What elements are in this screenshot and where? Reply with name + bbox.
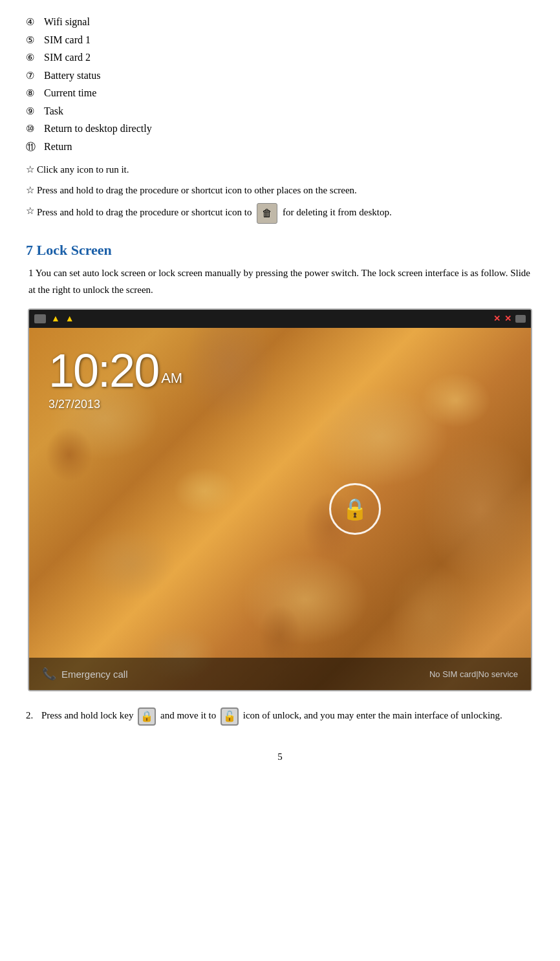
- star-icon-2: ☆: [26, 182, 34, 198]
- top-bar-icon-right: [515, 315, 526, 323]
- tip-click-icon: ☆ Click any icon to run it.: [26, 162, 534, 177]
- step2-section: 2. Press and hold lock key and move it t…: [26, 707, 534, 726]
- list-item-wifi: ④ Wifi signal: [26, 13, 534, 31]
- time-value: 10:20AM: [48, 347, 182, 394]
- list-num-10: ⑩: [26, 121, 44, 138]
- list-text-task: Task: [44, 102, 63, 120]
- list-num-6: ⑥: [26, 50, 44, 67]
- list-num-9: ⑨: [26, 103, 44, 120]
- lock-icon-circle: 🔒: [329, 483, 381, 535]
- tip-drag-text: Press and hold to drag the procedure or …: [37, 182, 357, 198]
- step2-text: Press and hold lock key and move it to i…: [41, 707, 502, 726]
- top-bar-right-icons: ✕ ✕: [493, 314, 526, 324]
- star-icon-1: ☆: [26, 162, 34, 177]
- top-bar-icon-image: [34, 314, 46, 323]
- star-icon-3: ☆: [26, 203, 34, 219]
- page-number: 5: [277, 751, 283, 762]
- list-item-task: ⑨ Task: [26, 102, 534, 120]
- list-num-5: ⑤: [26, 32, 44, 49]
- list-text-wifi: Wifi signal: [44, 13, 90, 30]
- list-text-battery: Battery status: [44, 67, 101, 84]
- lock-key-icon: [138, 707, 156, 726]
- top-bar-close-1: ✕: [493, 314, 501, 324]
- list-text-return: Return: [44, 138, 72, 155]
- lock-open-icon: [221, 707, 239, 726]
- list-text-sim1: SIM card 1: [44, 31, 91, 49]
- date-display: 3/27/2013: [48, 398, 182, 411]
- numbered-list: ④ Wifi signal ⑤ SIM card 1 ⑥ SIM card 2 …: [26, 13, 534, 155]
- list-item-time: ⑧ Current time: [26, 84, 534, 102]
- tip-click-text: Click any icon to run it.: [37, 162, 129, 177]
- phone-lock-screen: 10:20AM 3/27/2013 🔒 📞 Emergency call No …: [29, 328, 531, 690]
- delete-icon: [257, 203, 277, 224]
- section-heading-lock-screen: 7 Lock Screen: [26, 242, 534, 259]
- section-intro-text: 1 You can set auto lock screen or lock s…: [28, 265, 534, 298]
- list-text-sim2: SIM card 2: [44, 49, 91, 66]
- list-num-4: ④: [26, 14, 44, 31]
- no-sim-text: No SIM card|No service: [429, 669, 518, 679]
- emergency-call-text: Emergency call: [61, 669, 128, 680]
- phone-bottom-bar: 📞 Emergency call No SIM card|No service: [29, 658, 531, 690]
- phone-call-icon: 📞: [42, 667, 56, 681]
- phone-top-bar: ▲ ▲ ✕ ✕: [29, 310, 531, 328]
- tip-delete-text: Press and hold to drag the procedure or …: [37, 203, 392, 224]
- time-main: 10:20: [48, 345, 158, 396]
- time-display: 10:20AM 3/27/2013: [48, 347, 182, 411]
- list-text-return-desktop: Return to desktop directly: [44, 120, 152, 137]
- lock-icon: 🔒: [342, 497, 368, 521]
- list-item-sim1: ⑤ SIM card 1: [26, 31, 534, 49]
- step2-num: 2.: [26, 707, 41, 724]
- page-footer: 5: [26, 751, 534, 762]
- list-item-battery: ⑦ Battery status: [26, 67, 534, 85]
- top-bar-close-2: ✕: [504, 314, 512, 324]
- time-ampm: AM: [161, 370, 182, 386]
- list-num-7: ⑦: [26, 68, 44, 85]
- emergency-call: 📞 Emergency call: [42, 667, 128, 681]
- list-item-return-desktop: ⑩ Return to desktop directly: [26, 120, 534, 138]
- phone-screenshot: ▲ ▲ ✕ ✕ 10:20AM 3/27/2013 🔒 📞 Emergency: [28, 308, 532, 691]
- top-bar-warning-1: ▲: [51, 314, 60, 324]
- list-num-8: ⑧: [26, 85, 44, 102]
- list-text-time: Current time: [44, 84, 96, 102]
- tip-drag: ☆ Press and hold to drag the procedure o…: [26, 182, 534, 198]
- tip-delete: ☆ Press and hold to drag the procedure o…: [26, 203, 534, 224]
- top-bar-warning-2: ▲: [65, 314, 74, 324]
- list-item-return: ⑪ Return: [26, 138, 534, 156]
- list-num-11: ⑪: [26, 139, 44, 156]
- list-item-sim2: ⑥ SIM card 2: [26, 49, 534, 67]
